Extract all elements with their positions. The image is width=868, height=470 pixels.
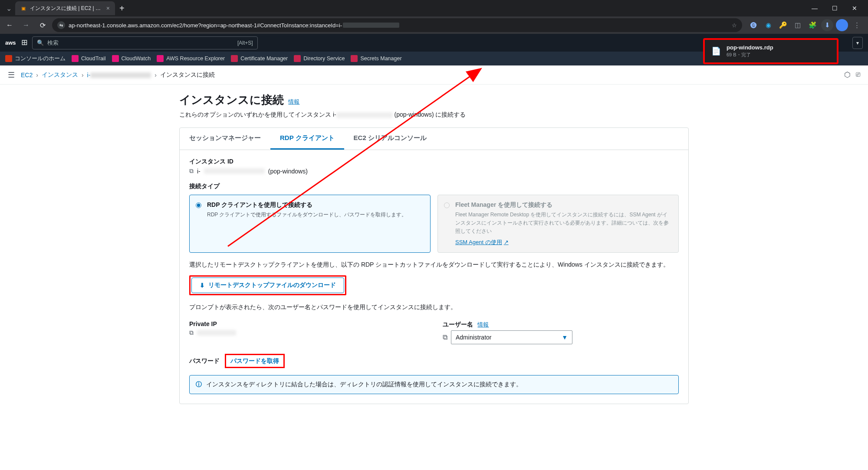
new-tab-button[interactable]: + (119, 3, 125, 13)
copy-icon[interactable]: ⧉ (189, 167, 194, 175)
aws-logo[interactable]: aws (5, 39, 16, 46)
ext-group-icon[interactable]: ◫ (792, 19, 804, 31)
tab-serial-console[interactable]: EC2 シリアルコンソール (344, 128, 436, 150)
cloudwatch-icon (112, 55, 119, 62)
radio-fleet (444, 202, 450, 208)
card-rdp-desc: RDP クライアントで使用するファイルをダウンロードし、パスワードを取得します。 (207, 211, 423, 219)
username-value: Administrator (456, 334, 491, 341)
crumb-sep: › (155, 72, 157, 78)
maximize-button[interactable]: ☐ (825, 1, 845, 15)
private-ip-redacted (197, 330, 236, 336)
download-file-icon: 📄 (710, 45, 722, 57)
page-title: インスタンスに接続 (179, 92, 284, 108)
username-label: ユーザー名 (443, 321, 473, 328)
address-input[interactable]: ⇆ ap-northeast-1.console.aws.amazon.com/… (52, 18, 742, 32)
cert-manager-icon (231, 55, 238, 62)
header-cloudshell-icon[interactable]: ⎚ (856, 70, 860, 79)
resource-explorer-icon (157, 55, 164, 62)
radio-rdp[interactable] (196, 202, 201, 208)
url-text: ap-northeast-1.console.aws.amazon.com/ec… (69, 22, 342, 29)
site-info-icon[interactable]: ⇆ (57, 21, 65, 29)
search-shortcut: [Alt+S] (237, 40, 253, 46)
console-body: ☰ EC2 › インスタンス › i- › インスタンスに接続 ⬡ ⎚ インスタ… (0, 65, 868, 470)
card-rdp-client[interactable]: RDP クライアントを使用して接続する RDP クライアントで使用するファイルを… (189, 195, 431, 253)
username-info-link[interactable]: 情報 (477, 321, 489, 328)
card-fleet-desc: Fleet Manager Remote Desktop を使用してインスタンス… (455, 211, 671, 236)
info-icon: ⓘ (196, 381, 202, 388)
private-ip-label: Private IP (189, 320, 425, 327)
connect-tabs: セッションマネージャー RDP クライアント EC2 シリアルコンソール (180, 128, 688, 150)
url-redacted (343, 23, 399, 28)
header-security-icon[interactable]: ⬡ (844, 70, 851, 79)
connect-panel: セッションマネージャー RDP クライアント EC2 シリアルコンソール インス… (179, 127, 689, 404)
tab-dropdown-icon[interactable]: ⌄ (6, 4, 12, 13)
nav-directory-service[interactable]: Directory Service (294, 55, 345, 62)
copy-icon[interactable]: ⧉ (189, 329, 194, 336)
region-selector[interactable]: ▾ (852, 37, 863, 49)
card-fleet-manager: Fleet Manager を使用して接続する Fleet Manager Re… (437, 195, 679, 253)
browser-tab-strip: ⌄ ▣ インスタンスに接続 | EC2 | ap-nort × + ― ☐ ✕ (0, 0, 868, 16)
crumb-instance-id[interactable]: i- (87, 72, 151, 78)
minimize-button[interactable]: ― (805, 1, 825, 15)
instance-id-blur (204, 168, 265, 174)
download-notification[interactable]: 📄 pop-windows.rdp 69 B・完了 (703, 38, 838, 64)
breadcrumb: ☰ EC2 › インスタンス › i- › インスタンスに接続 ⬡ ⎚ (0, 65, 868, 85)
translate-icon[interactable]: 🅖 (747, 19, 760, 31)
ext-circle-icon[interactable]: ◉ (762, 19, 774, 31)
profile-avatar[interactable] (836, 19, 848, 31)
nav-resource-explorer[interactable]: AWS Resource Explorer (157, 55, 225, 62)
crumb-current: インスタンスに接続 (160, 71, 215, 79)
download-rdp-button[interactable]: ⬇ リモートデスクトップファイルのダウンロード (191, 277, 344, 293)
side-menu-icon[interactable]: ☰ (8, 70, 15, 80)
forward-button[interactable]: → (19, 18, 33, 32)
username-select[interactable]: Administrator ▼ (451, 330, 572, 344)
console-home-icon (5, 55, 12, 62)
directory-info-box: ⓘ インスタンスをディレクトリに結合した場合は、ディレクトリの認証情報を使用して… (189, 375, 679, 394)
card-rdp-title: RDP クライアントを使用して接続する (207, 201, 423, 209)
get-password-link[interactable]: パスワードを取得 (230, 357, 279, 364)
card-fleet-title: Fleet Manager を使用して接続する (455, 201, 671, 209)
rdp-description-1: 選択したリモートデスクトップクライアントを使用し、以下の RDP ショートカット… (189, 260, 679, 269)
crumb-ec2[interactable]: EC2 (21, 72, 33, 78)
ext-key-icon[interactable]: 🔑 (777, 19, 789, 31)
download-status: 69 B・完了 (727, 52, 773, 58)
close-window-button[interactable]: ✕ (845, 1, 865, 15)
browser-address-bar: ← → ⟳ ⇆ ap-northeast-1.console.aws.amazo… (0, 16, 868, 34)
nav-cert-manager[interactable]: Certificate Manager (231, 55, 288, 62)
tab-rdp-client[interactable]: RDP クライアント (270, 128, 344, 150)
aws-search-input[interactable]: 🔍 検索 [Alt+S] (32, 36, 258, 49)
services-grid-icon[interactable]: 𐌎 (21, 39, 28, 47)
nav-cloudwatch[interactable]: CloudWatch (112, 55, 151, 62)
tab-session-manager[interactable]: セッションマネージャー (180, 128, 270, 150)
connection-type-label: 接続タイプ (189, 183, 679, 190)
external-link-icon: ↗ (504, 239, 509, 245)
browser-tab[interactable]: ▣ インスタンスに接続 | EC2 | ap-nort × (15, 1, 115, 15)
tab-title: インスタンスに接続 | EC2 | ap-nort (30, 5, 102, 12)
window-controls: ― ☐ ✕ (805, 1, 865, 15)
cloudtrail-icon (72, 55, 79, 62)
page-content: インスタンスに接続 情報 これらのオプションのいずれかを使用してインスタンス i… (171, 85, 697, 421)
nav-console-home[interactable]: コンソールのホーム (5, 55, 66, 62)
download-filename: pop-windows.rdp (727, 44, 773, 51)
crumb-sep: › (82, 72, 84, 78)
crumb-instances[interactable]: インスタンス (42, 71, 78, 79)
downloads-icon[interactable]: ⬇ (821, 19, 833, 31)
directory-icon (294, 55, 301, 62)
password-label: パスワード (189, 357, 220, 365)
tab-close-icon[interactable]: × (106, 5, 110, 12)
directory-info-text: インスタンスをディレクトリに結合した場合は、ディレクトリの認証情報を使用してイン… (206, 381, 522, 388)
chevron-down-icon: ▼ (562, 334, 568, 341)
copy-icon[interactable]: ⧉ (443, 333, 447, 341)
page-info-link[interactable]: 情報 (288, 98, 299, 105)
extensions-icon[interactable]: 🧩 (806, 19, 819, 31)
nav-cloudtrail[interactable]: CloudTrail (72, 55, 106, 62)
back-button[interactable]: ← (3, 18, 16, 32)
reload-button[interactable]: ⟳ (36, 18, 49, 32)
ssm-agent-link[interactable]: SSM Agent の使用 ↗ (455, 238, 509, 246)
search-icon: 🔍 (37, 39, 44, 46)
subtitle-id-redacted (336, 112, 393, 118)
browser-menu-icon[interactable]: ⋮ (851, 19, 863, 31)
page-subtitle: これらのオプションのいずれかを使用してインスタンス i- (pop-window… (179, 111, 689, 119)
nav-secrets-manager[interactable]: Secrets Manager (351, 55, 401, 62)
bookmark-icon[interactable]: ☆ (732, 22, 737, 29)
